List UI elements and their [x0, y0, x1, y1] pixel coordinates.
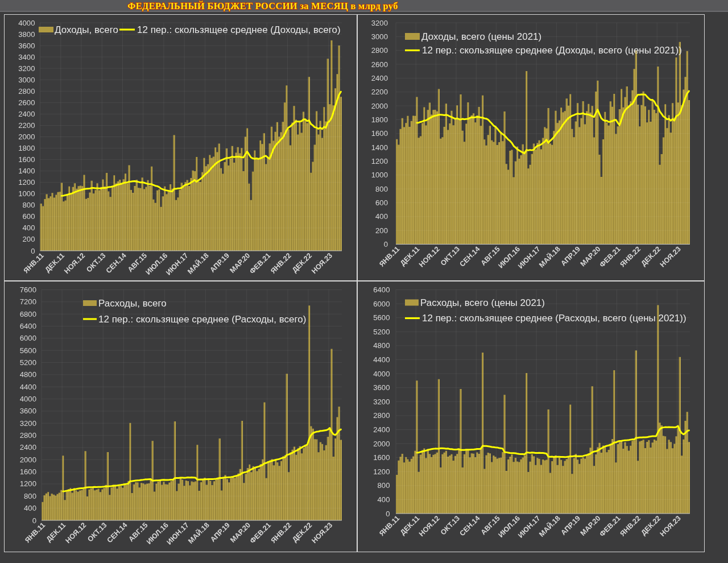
svg-text:0: 0: [384, 240, 388, 249]
svg-text:6000: 6000: [20, 334, 36, 342]
svg-text:1000: 1000: [18, 189, 35, 198]
svg-text:5600: 5600: [20, 346, 36, 355]
svg-text:2400: 2400: [373, 425, 390, 434]
svg-text:12 пер.: скользящее среднее (Д: 12 пер.: скользящее среднее (Доходы, все…: [422, 45, 682, 56]
svg-text:5600: 5600: [373, 313, 390, 322]
svg-text:4400: 4400: [20, 383, 36, 391]
svg-text:2200: 2200: [18, 121, 35, 130]
svg-text:3200: 3200: [373, 398, 390, 406]
svg-text:400: 400: [24, 504, 36, 512]
svg-text:2600: 2600: [18, 98, 35, 107]
svg-text:1600: 1600: [18, 155, 35, 164]
svg-text:400: 400: [375, 212, 388, 221]
svg-text:3600: 3600: [373, 383, 390, 392]
svg-text:4000: 4000: [18, 19, 35, 27]
svg-text:Доходы, всего (цены 2021): Доходы, всего (цены 2021): [421, 31, 541, 42]
svg-text:5200: 5200: [20, 358, 36, 367]
svg-text:2800: 2800: [373, 411, 390, 420]
svg-text:3200: 3200: [18, 64, 35, 73]
svg-text:12 пер.: скользящее среднее (Д: 12 пер.: скользящее среднее (Доходы, все…: [137, 24, 341, 35]
svg-text:3800: 3800: [18, 30, 35, 39]
svg-text:1200: 1200: [371, 157, 388, 165]
svg-text:400: 400: [377, 495, 390, 504]
svg-text:800: 800: [377, 481, 390, 490]
svg-text:2000: 2000: [371, 102, 388, 110]
svg-text:5200: 5200: [373, 328, 390, 336]
svg-text:Доходы, всего: Доходы, всего: [55, 24, 118, 35]
svg-text:Расходы, всего (цены 2021): Расходы, всего (цены 2021): [420, 297, 545, 308]
svg-text:6400: 6400: [20, 322, 36, 330]
svg-text:3600: 3600: [18, 42, 35, 50]
svg-text:0: 0: [386, 510, 390, 518]
svg-text:1600: 1600: [20, 467, 36, 476]
svg-text:12 пер.: скользящее среднее (Р: 12 пер.: скользящее среднее (Расходы, вс…: [98, 314, 306, 325]
svg-text:1600: 1600: [373, 453, 390, 462]
svg-text:400: 400: [22, 223, 35, 232]
svg-text:0: 0: [32, 516, 36, 525]
svg-text:800: 800: [375, 185, 388, 193]
svg-text:4800: 4800: [20, 370, 36, 379]
svg-text:Расходы, всего: Расходы, всего: [98, 298, 167, 309]
svg-text:6000: 6000: [373, 300, 390, 308]
svg-text:2400: 2400: [18, 110, 35, 118]
svg-text:3400: 3400: [18, 53, 35, 61]
svg-text:1400: 1400: [18, 167, 35, 175]
svg-text:1600: 1600: [371, 129, 388, 138]
svg-text:7600: 7600: [20, 285, 36, 294]
svg-text:2400: 2400: [371, 74, 388, 82]
svg-text:1200: 1200: [373, 467, 390, 476]
svg-text:0: 0: [31, 247, 35, 255]
svg-text:1800: 1800: [371, 115, 388, 124]
svg-text:3600: 3600: [20, 407, 36, 415]
svg-text:2800: 2800: [371, 46, 388, 55]
svg-text:4800: 4800: [373, 341, 390, 350]
svg-text:2000: 2000: [18, 133, 35, 141]
svg-text:6800: 6800: [20, 310, 36, 318]
svg-text:800: 800: [24, 492, 36, 500]
svg-text:2000: 2000: [20, 456, 36, 464]
svg-text:2600: 2600: [371, 60, 388, 69]
svg-text:4000: 4000: [373, 370, 390, 378]
svg-text:3000: 3000: [18, 76, 35, 84]
svg-text:ФЕДЕРАЛЬНЫЙ БЮДЖЕТ РОССИИ за М: ФЕДЕРАЛЬНЫЙ БЮДЖЕТ РОССИИ за МЕСЯЦ в млр…: [127, 1, 398, 11]
svg-text:1200: 1200: [18, 178, 35, 187]
svg-text:2000: 2000: [373, 440, 390, 448]
svg-text:7200: 7200: [20, 297, 36, 306]
svg-text:1200: 1200: [20, 479, 36, 488]
svg-text:2800: 2800: [20, 431, 36, 440]
svg-text:2800: 2800: [18, 87, 35, 96]
svg-text:800: 800: [22, 201, 35, 209]
svg-text:3000: 3000: [371, 32, 388, 41]
svg-text:1400: 1400: [371, 143, 388, 152]
svg-text:600: 600: [375, 198, 388, 207]
svg-text:3200: 3200: [20, 419, 36, 428]
svg-text:4400: 4400: [373, 355, 390, 364]
svg-text:2200: 2200: [371, 88, 388, 96]
svg-text:4000: 4000: [20, 395, 36, 403]
svg-text:200: 200: [375, 226, 388, 235]
svg-text:1000: 1000: [371, 171, 388, 179]
svg-text:2400: 2400: [20, 443, 36, 452]
svg-text:3200: 3200: [371, 19, 388, 27]
svg-text:12 пер.: скользящее среднее (Р: 12 пер.: скользящее среднее (Расходы, вс…: [422, 313, 686, 324]
svg-text:200: 200: [22, 235, 35, 243]
svg-text:6400: 6400: [373, 285, 390, 294]
svg-text:600: 600: [22, 212, 35, 221]
svg-text:1800: 1800: [18, 144, 35, 152]
